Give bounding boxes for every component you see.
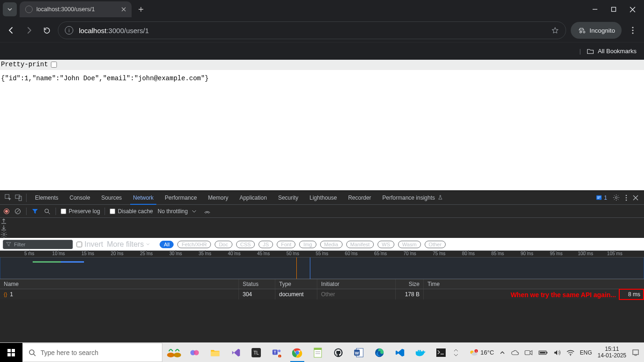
app-docker[interactable] (411, 343, 430, 362)
device-toolbar-icon[interactable] (13, 194, 23, 201)
svg-point-52 (471, 352, 477, 355)
col-time[interactable]: Time (424, 279, 644, 289)
app-word[interactable]: W (349, 343, 369, 362)
app-teams[interactable]: T1 (267, 343, 287, 362)
filter-pill-other[interactable]: Other (425, 241, 446, 248)
app-copilot[interactable] (185, 343, 204, 362)
tray-overflow-icon[interactable] (500, 351, 505, 355)
tab-search-button[interactable] (3, 2, 17, 16)
browser-menu-button[interactable] (626, 27, 639, 34)
filter-input[interactable]: Filter (3, 240, 73, 249)
meet-now-icon[interactable] (525, 349, 533, 356)
app-vscode[interactable] (390, 343, 410, 362)
tab-application[interactable]: Application (234, 191, 273, 204)
filter-pill-js[interactable]: JS (259, 241, 273, 248)
forward-button[interactable] (22, 24, 35, 37)
devtools-settings-icon[interactable] (610, 194, 623, 201)
tab-network[interactable]: Network (127, 191, 159, 204)
reload-button[interactable] (40, 24, 53, 37)
clear-button[interactable] (14, 208, 21, 215)
search-icon[interactable] (43, 208, 51, 215)
site-info-icon[interactable]: i (65, 26, 73, 35)
issues-badge[interactable]: 1 (593, 195, 610, 201)
devtools-menu-icon[interactable] (623, 195, 630, 201)
filter-pill-ws[interactable]: WS (378, 241, 394, 248)
inspect-element-icon[interactable] (3, 194, 13, 201)
incognito-badge[interactable]: Incognito (571, 22, 622, 39)
close-tab-icon[interactable] (121, 7, 126, 12)
bookmark-star-icon[interactable] (551, 27, 559, 35)
col-name[interactable]: Name (0, 279, 239, 289)
tab-sources[interactable]: Sources (96, 191, 127, 204)
col-initiator[interactable]: Initiator (317, 279, 396, 289)
filter-pill-media[interactable]: Media (320, 241, 343, 248)
language-indicator[interactable]: ENG (580, 349, 592, 356)
more-filters-dropdown[interactable]: More filters (107, 240, 150, 249)
filter-pill-doc[interactable]: Doc (215, 241, 232, 248)
app-edge[interactable] (370, 343, 389, 362)
tab-performance-insights[interactable]: Performance insights (377, 191, 448, 204)
pretty-print-checkbox[interactable] (51, 62, 57, 68)
chevron-down-icon[interactable] (454, 353, 458, 357)
browser-tab[interactable]: localhost:3000/users/1 (20, 1, 132, 17)
filter-pill-wasm[interactable]: Wasm (398, 241, 421, 248)
app-file-explorer[interactable] (205, 343, 225, 362)
chevron-up-icon[interactable] (454, 348, 458, 352)
import-har-icon[interactable] (0, 218, 7, 224)
disable-cache-checkbox[interactable]: Disable cache (110, 208, 153, 215)
devtools-close-icon[interactable] (630, 195, 641, 201)
address-bar[interactable]: i localhost:3000/users/1 (58, 21, 566, 39)
filter-pill-all[interactable]: All (160, 241, 174, 248)
battery-icon[interactable] (539, 350, 548, 355)
record-button[interactable] (4, 209, 9, 214)
taskbar-search[interactable]: Type here to search (22, 343, 162, 362)
taskbar-clock[interactable]: 15:11 14-01-2025 (598, 346, 626, 359)
tab-console[interactable]: Console (64, 191, 96, 204)
close-window-icon[interactable] (630, 7, 636, 13)
tab-recorder[interactable]: Recorder (343, 191, 377, 204)
notifications-icon[interactable] (632, 349, 639, 356)
filter-pill-css[interactable]: CSS (236, 241, 255, 248)
all-bookmarks-link[interactable]: All Bookmarks (598, 48, 637, 55)
tab-security[interactable]: Security (273, 191, 304, 204)
export-har-icon[interactable] (0, 224, 7, 231)
tab-elements[interactable]: Elements (29, 191, 64, 204)
network-conditions-icon[interactable] (203, 208, 211, 215)
network-timeline[interactable]: 5 ms10 ms15 ms20 ms25 ms30 ms35 ms40 ms4… (0, 251, 644, 279)
app-sublime-text[interactable]: TL (246, 343, 266, 362)
tab-performance[interactable]: Performance (159, 191, 203, 204)
volume-icon[interactable] (553, 349, 561, 356)
svg-text:TL: TL (253, 350, 259, 355)
onedrive-icon[interactable] (511, 349, 519, 356)
table-row[interactable]: {}1 304 document Other 178 B 8 ms (0, 289, 644, 299)
app-github-desktop[interactable] (329, 343, 348, 362)
weather-widget[interactable]: 1 16°C (469, 348, 494, 357)
maximize-icon[interactable] (611, 7, 616, 12)
throttling-select[interactable]: No throttling (158, 208, 199, 215)
tab-memory[interactable]: Memory (203, 191, 234, 204)
filter-pill-manifest[interactable]: Manifest (346, 241, 374, 248)
pretty-print-label: Pretty-print (1, 61, 48, 68)
app-command-prompt[interactable] (431, 343, 451, 362)
app-visual-studio[interactable] (226, 343, 245, 362)
minimize-icon[interactable] (592, 7, 598, 12)
preserve-log-checkbox[interactable]: Preserve log (61, 208, 100, 215)
filter-pill-font[interactable]: Font (277, 241, 295, 248)
network-settings-icon[interactable] (0, 231, 7, 238)
app-notepad[interactable] (308, 343, 328, 362)
new-tab-button[interactable] (134, 3, 147, 16)
app-chrome[interactable] (287, 343, 307, 362)
col-type[interactable]: Type (275, 279, 317, 289)
pretty-print-bar: Pretty-print (0, 60, 644, 70)
filter-pill-img[interactable]: Img (299, 241, 316, 248)
back-button[interactable] (5, 24, 18, 37)
filter-toggle-icon[interactable] (31, 208, 39, 215)
col-size[interactable]: Size (396, 279, 424, 289)
col-status[interactable]: Status (239, 279, 275, 289)
invert-checkbox[interactable]: Invert (77, 240, 103, 249)
search-icon (28, 349, 36, 356)
start-button[interactable] (0, 343, 22, 362)
tab-lighthouse[interactable]: Lighthouse (304, 191, 343, 204)
filter-pill-fetchxhr[interactable]: Fetch/XHR (177, 241, 211, 248)
wifi-icon[interactable] (567, 349, 574, 356)
